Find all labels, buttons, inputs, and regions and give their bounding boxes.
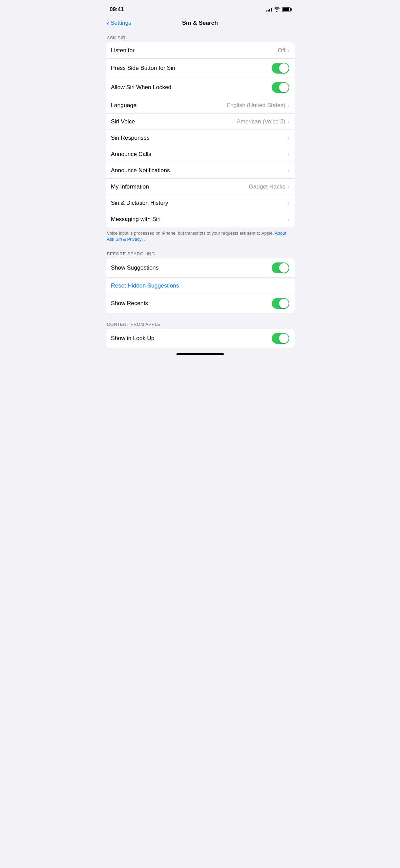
announce-notifications-row[interactable]: Announce Notifications ›	[106, 162, 295, 179]
ask-siri-footer: Voice input is processed on iPhone, but …	[100, 228, 300, 248]
siri-dictation-history-row[interactable]: Siri & Dictation History ›	[106, 195, 295, 211]
page-title: Siri & Search	[182, 20, 218, 26]
language-value: English (United States)	[227, 102, 286, 109]
content-from-apple-header: CONTENT FROM APPLE	[100, 318, 300, 329]
chevron-right-icon: ›	[288, 184, 289, 190]
content-from-apple-card: Show in Look Up	[106, 329, 295, 348]
show-recents-toggle[interactable]	[272, 298, 289, 309]
messaging-siri-label: Messaging with Siri	[111, 216, 288, 223]
status-time: 09:41	[110, 6, 124, 13]
siri-dictation-right: ›	[288, 200, 289, 206]
my-information-row[interactable]: My Information Gadget Hacks ›	[106, 179, 295, 195]
listen-for-row[interactable]: Listen for Off ›	[106, 42, 295, 59]
reset-hidden-suggestions-row[interactable]: Reset Hidden Suggestions	[106, 278, 295, 294]
siri-voice-label: Siri Voice	[111, 118, 237, 125]
show-suggestions-row[interactable]: Show Suggestions	[106, 258, 295, 278]
announce-notifications-label: Announce Notifications	[111, 167, 288, 174]
language-right: English (United States) ›	[227, 102, 289, 109]
chevron-right-icon: ›	[288, 47, 289, 53]
my-information-right: Gadget Hacks ›	[249, 183, 289, 190]
show-look-up-toggle[interactable]	[272, 333, 289, 344]
show-recents-label: Show Recents	[111, 300, 272, 307]
chevron-right-icon: ›	[288, 151, 289, 157]
siri-responses-label: Siri Responses	[111, 135, 288, 141]
siri-voice-row[interactable]: Siri Voice American (Voice 2) ›	[106, 114, 295, 130]
listen-for-label: Listen for	[111, 47, 278, 54]
language-row[interactable]: Language English (United States) ›	[106, 97, 295, 114]
messaging-siri-row[interactable]: Messaging with Siri ›	[106, 211, 295, 228]
my-information-label: My Information	[111, 183, 249, 190]
ask-siri-card: Listen for Off › Press Side Button for S…	[106, 42, 295, 228]
status-bar: 09:41	[100, 0, 300, 17]
announce-calls-label: Announce Calls	[111, 151, 288, 158]
messaging-siri-right: ›	[288, 217, 289, 222]
announce-calls-row[interactable]: Announce Calls ›	[106, 146, 295, 162]
battery-icon	[282, 7, 291, 12]
siri-voice-value: American (Voice 2)	[237, 118, 286, 125]
show-suggestions-toggle[interactable]	[272, 262, 289, 273]
signal-icon	[266, 7, 272, 12]
announce-notifications-right: ›	[288, 167, 289, 173]
siri-voice-right: American (Voice 2) ›	[237, 118, 289, 125]
back-label: Settings	[110, 20, 131, 26]
siri-dictation-history-label: Siri & Dictation History	[111, 200, 288, 206]
allow-locked-toggle[interactable]	[272, 82, 289, 93]
chevron-right-icon: ›	[288, 119, 289, 124]
before-searching-card: Show Suggestions Reset Hidden Suggestion…	[106, 258, 295, 313]
back-button[interactable]: ‹ Settings	[107, 20, 131, 26]
show-look-up-row[interactable]: Show in Look Up	[106, 329, 295, 348]
ask-siri-header: ASK SIRI	[100, 32, 300, 42]
allow-locked-row[interactable]: Allow Siri When Locked	[106, 78, 295, 97]
show-suggestions-label: Show Suggestions	[111, 264, 272, 271]
listen-for-right: Off ›	[278, 47, 289, 54]
chevron-right-icon: ›	[288, 217, 289, 222]
language-label: Language	[111, 102, 227, 109]
allow-locked-label: Allow Siri When Locked	[111, 84, 272, 91]
wifi-icon	[274, 7, 280, 12]
before-searching-header: BEFORE SEARCHING	[100, 248, 300, 258]
my-information-value: Gadget Hacks	[249, 183, 286, 190]
press-side-button-label: Press Side Button for Siri	[111, 65, 272, 72]
chevron-right-icon: ›	[288, 102, 289, 108]
show-look-up-label: Show in Look Up	[111, 335, 272, 342]
reset-hidden-suggestions-link[interactable]: Reset Hidden Suggestions	[111, 282, 179, 289]
press-side-button-toggle[interactable]	[272, 63, 289, 74]
chevron-right-icon: ›	[288, 135, 289, 141]
siri-responses-row[interactable]: Siri Responses ›	[106, 130, 295, 146]
nav-bar: ‹ Settings Siri & Search	[100, 17, 300, 32]
chevron-right-icon: ›	[288, 167, 289, 173]
listen-for-value: Off	[278, 47, 285, 54]
show-recents-row[interactable]: Show Recents	[106, 294, 295, 313]
back-chevron-icon: ‹	[107, 20, 109, 26]
status-icons	[266, 7, 291, 12]
siri-responses-right: ›	[288, 135, 289, 141]
home-indicator	[176, 353, 224, 355]
announce-calls-right: ›	[288, 151, 289, 157]
chevron-right-icon: ›	[288, 200, 289, 206]
press-side-button-row[interactable]: Press Side Button for Siri	[106, 59, 295, 78]
